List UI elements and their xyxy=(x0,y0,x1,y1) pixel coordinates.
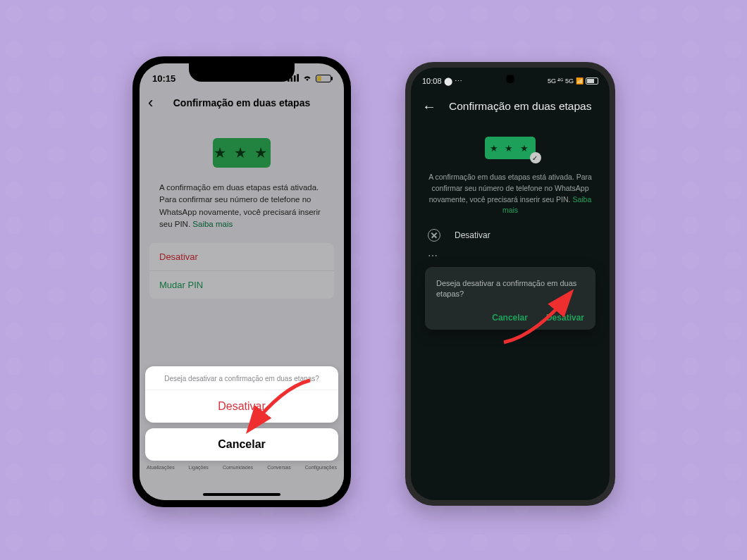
network-status: 5G ⁴ᴳ 5G xyxy=(548,77,574,85)
disable-label: Desativar xyxy=(455,230,490,240)
back-arrow-icon[interactable]: ← xyxy=(422,99,436,115)
battery-icon xyxy=(586,77,598,85)
android-frame: 10:08 ⬤ ⋯ 5G ⁴ᴳ 5G 📶 ← Confirmação em du… xyxy=(405,62,615,506)
iphone-frame: 10:15 ‹ Confirmação em duas etapas ★ ★ ★… xyxy=(132,56,351,507)
status-bullet-icon: ⬤ xyxy=(444,77,455,85)
check-icon: ✓ xyxy=(530,152,541,163)
two-step-description: A confirmação em duas etapas está ativad… xyxy=(411,172,610,216)
dialog-confirm-button[interactable]: Desativar xyxy=(546,313,584,323)
disable-row[interactable]: Desativar xyxy=(411,216,610,250)
pin-badge: ★ ★ ★ ✓ xyxy=(485,137,536,159)
status-more-icon: ⋯ xyxy=(455,77,462,85)
home-indicator xyxy=(203,493,280,496)
android-time: 10:08 xyxy=(422,77,442,85)
page-title: Confirmação em duas etapas xyxy=(449,100,591,113)
signal-icon: 📶 xyxy=(576,77,584,85)
sheet-disable-button[interactable]: Desativar xyxy=(145,390,338,423)
android-nav-header: ← Confirmação em duas etapas xyxy=(411,90,610,123)
background-pattern xyxy=(0,0,747,560)
close-circle-icon xyxy=(428,229,440,242)
dialog-cancel-button[interactable]: Cancelar xyxy=(492,313,528,323)
android-confirm-dialog: Deseja desativar a confirmação em duas e… xyxy=(425,267,595,330)
description-text: A confirmação em duas etapas está ativad… xyxy=(428,173,592,204)
ios-action-sheet: Deseja desativar a confirmação em duas e… xyxy=(145,366,338,461)
iphone-notch xyxy=(189,63,295,82)
sheet-question: Deseja desativar a confirmação em duas e… xyxy=(145,366,338,390)
dialog-message: Deseja desativar a confirmação em duas e… xyxy=(436,278,584,300)
pin-dots-icon: ⋯ xyxy=(411,250,610,261)
pin-stars: ★ ★ ★ xyxy=(490,143,531,154)
iphone-screen: 10:15 ‹ Confirmação em duas etapas ★ ★ ★… xyxy=(140,63,344,500)
action-sheet-card: Deseja desativar a confirmação em duas e… xyxy=(145,366,338,423)
android-screen: 10:08 ⬤ ⋯ 5G ⁴ᴳ 5G 📶 ← Confirmação em du… xyxy=(411,68,610,500)
sheet-cancel-button[interactable]: Cancelar xyxy=(145,428,338,461)
android-camera-punch xyxy=(506,75,514,83)
